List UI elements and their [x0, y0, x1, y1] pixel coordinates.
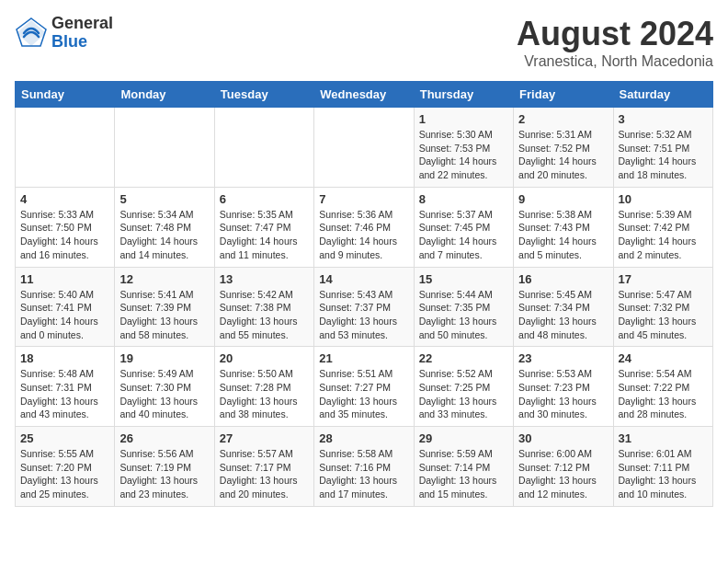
calendar-cell: 19Sunrise: 5:49 AM Sunset: 7:30 PM Dayli…	[115, 347, 214, 427]
calendar-cell: 31Sunrise: 6:01 AM Sunset: 7:11 PM Dayli…	[613, 427, 712, 507]
column-header-wednesday: Wednesday	[314, 82, 414, 108]
day-number: 24	[619, 351, 708, 365]
week-row-4: 18Sunrise: 5:48 AM Sunset: 7:31 PM Dayli…	[16, 347, 713, 427]
calendar-cell	[115, 108, 214, 188]
cell-info: Sunrise: 5:39 AM Sunset: 7:42 PM Dayligh…	[619, 208, 708, 262]
day-number: 25	[20, 431, 109, 445]
week-row-5: 25Sunrise: 5:55 AM Sunset: 7:20 PM Dayli…	[16, 427, 713, 507]
calendar-cell: 12Sunrise: 5:41 AM Sunset: 7:39 PM Dayli…	[115, 267, 214, 347]
cell-info: Sunrise: 5:32 AM Sunset: 7:51 PM Dayligh…	[619, 128, 708, 182]
calendar-cell: 5Sunrise: 5:34 AM Sunset: 7:48 PM Daylig…	[115, 187, 214, 267]
calendar-cell	[214, 108, 313, 188]
calendar-cell: 18Sunrise: 5:48 AM Sunset: 7:31 PM Dayli…	[16, 347, 115, 427]
cell-info: Sunrise: 5:30 AM Sunset: 7:53 PM Dayligh…	[419, 128, 508, 182]
cell-info: Sunrise: 5:42 AM Sunset: 7:38 PM Dayligh…	[220, 288, 309, 342]
day-number: 10	[619, 192, 708, 206]
calendar-cell: 26Sunrise: 5:56 AM Sunset: 7:19 PM Dayli…	[115, 427, 214, 507]
cell-info: Sunrise: 5:45 AM Sunset: 7:34 PM Dayligh…	[518, 288, 608, 342]
week-row-3: 11Sunrise: 5:40 AM Sunset: 7:41 PM Dayli…	[16, 267, 713, 347]
logo-general: General	[51, 15, 113, 33]
cell-info: Sunrise: 5:49 AM Sunset: 7:30 PM Dayligh…	[119, 367, 209, 421]
day-number: 11	[20, 272, 109, 286]
calendar-table: SundayMondayTuesdayWednesdayThursdayFrid…	[15, 81, 713, 507]
cell-info: Sunrise: 6:01 AM Sunset: 7:11 PM Dayligh…	[619, 447, 708, 501]
day-number: 17	[619, 272, 708, 286]
day-number: 30	[518, 431, 608, 445]
logo-icon	[15, 17, 48, 50]
calendar-cell: 21Sunrise: 5:51 AM Sunset: 7:27 PM Dayli…	[314, 347, 414, 427]
calendar-header-row: SundayMondayTuesdayWednesdayThursdayFrid…	[16, 82, 713, 108]
column-header-thursday: Thursday	[414, 82, 513, 108]
main-title: August 2024	[517, 15, 713, 53]
day-number: 3	[619, 112, 708, 126]
day-number: 23	[518, 351, 608, 365]
calendar-cell: 10Sunrise: 5:39 AM Sunset: 7:42 PM Dayli…	[613, 187, 712, 267]
cell-info: Sunrise: 5:50 AM Sunset: 7:28 PM Dayligh…	[220, 367, 309, 421]
column-header-saturday: Saturday	[613, 82, 712, 108]
calendar-cell: 22Sunrise: 5:52 AM Sunset: 7:25 PM Dayli…	[414, 347, 513, 427]
column-header-monday: Monday	[115, 82, 214, 108]
calendar-cell: 28Sunrise: 5:58 AM Sunset: 7:16 PM Dayli…	[314, 427, 414, 507]
day-number: 28	[319, 431, 408, 445]
calendar-cell: 24Sunrise: 5:54 AM Sunset: 7:22 PM Dayli…	[613, 347, 712, 427]
day-number: 5	[119, 192, 209, 206]
cell-info: Sunrise: 5:51 AM Sunset: 7:27 PM Dayligh…	[319, 367, 408, 421]
day-number: 1	[419, 112, 508, 126]
calendar-cell: 30Sunrise: 6:00 AM Sunset: 7:12 PM Dayli…	[514, 427, 613, 507]
calendar-cell: 8Sunrise: 5:37 AM Sunset: 7:45 PM Daylig…	[414, 187, 513, 267]
logo: General Blue	[15, 15, 113, 52]
cell-info: Sunrise: 5:38 AM Sunset: 7:43 PM Dayligh…	[518, 208, 608, 262]
cell-info: Sunrise: 5:40 AM Sunset: 7:41 PM Dayligh…	[20, 288, 109, 342]
calendar-cell: 25Sunrise: 5:55 AM Sunset: 7:20 PM Dayli…	[16, 427, 115, 507]
calendar-cell: 9Sunrise: 5:38 AM Sunset: 7:43 PM Daylig…	[514, 187, 613, 267]
calendar-cell: 7Sunrise: 5:36 AM Sunset: 7:46 PM Daylig…	[314, 187, 414, 267]
cell-info: Sunrise: 5:53 AM Sunset: 7:23 PM Dayligh…	[518, 367, 608, 421]
cell-info: Sunrise: 5:34 AM Sunset: 7:48 PM Dayligh…	[119, 208, 209, 262]
cell-info: Sunrise: 5:55 AM Sunset: 7:20 PM Dayligh…	[20, 447, 109, 501]
cell-info: Sunrise: 5:54 AM Sunset: 7:22 PM Dayligh…	[619, 367, 708, 421]
day-number: 16	[518, 272, 608, 286]
day-number: 8	[419, 192, 508, 206]
title-block: August 2024 Vranestica, North Macedonia	[517, 15, 713, 70]
cell-info: Sunrise: 5:48 AM Sunset: 7:31 PM Dayligh…	[20, 367, 109, 421]
week-row-2: 4Sunrise: 5:33 AM Sunset: 7:50 PM Daylig…	[16, 187, 713, 267]
calendar-cell: 16Sunrise: 5:45 AM Sunset: 7:34 PM Dayli…	[514, 267, 613, 347]
cell-info: Sunrise: 5:52 AM Sunset: 7:25 PM Dayligh…	[419, 367, 508, 421]
day-number: 27	[220, 431, 309, 445]
calendar-cell: 3Sunrise: 5:32 AM Sunset: 7:51 PM Daylig…	[613, 108, 712, 188]
calendar-cell: 15Sunrise: 5:44 AM Sunset: 7:35 PM Dayli…	[414, 267, 513, 347]
day-number: 22	[419, 351, 508, 365]
calendar-cell: 13Sunrise: 5:42 AM Sunset: 7:38 PM Dayli…	[214, 267, 313, 347]
day-number: 13	[220, 272, 309, 286]
calendar-cell	[314, 108, 414, 188]
cell-info: Sunrise: 5:56 AM Sunset: 7:19 PM Dayligh…	[119, 447, 209, 501]
day-number: 20	[220, 351, 309, 365]
calendar-cell: 14Sunrise: 5:43 AM Sunset: 7:37 PM Dayli…	[314, 267, 414, 347]
column-header-friday: Friday	[514, 82, 613, 108]
cell-info: Sunrise: 5:37 AM Sunset: 7:45 PM Dayligh…	[419, 208, 508, 262]
cell-info: Sunrise: 6:00 AM Sunset: 7:12 PM Dayligh…	[518, 447, 608, 501]
calendar-cell: 1Sunrise: 5:30 AM Sunset: 7:53 PM Daylig…	[414, 108, 513, 188]
day-number: 7	[319, 192, 408, 206]
cell-info: Sunrise: 5:44 AM Sunset: 7:35 PM Dayligh…	[419, 288, 508, 342]
calendar-cell: 6Sunrise: 5:35 AM Sunset: 7:47 PM Daylig…	[214, 187, 313, 267]
calendar-cell: 4Sunrise: 5:33 AM Sunset: 7:50 PM Daylig…	[16, 187, 115, 267]
calendar-cell: 17Sunrise: 5:47 AM Sunset: 7:32 PM Dayli…	[613, 267, 712, 347]
cell-info: Sunrise: 5:36 AM Sunset: 7:46 PM Dayligh…	[319, 208, 408, 262]
cell-info: Sunrise: 5:35 AM Sunset: 7:47 PM Dayligh…	[220, 208, 309, 262]
day-number: 9	[518, 192, 608, 206]
day-number: 21	[319, 351, 408, 365]
page-header: General Blue August 2024 Vranestica, Nor…	[15, 15, 713, 70]
day-number: 31	[619, 431, 708, 445]
subtitle: Vranestica, North Macedonia	[517, 53, 713, 70]
column-header-sunday: Sunday	[16, 82, 115, 108]
calendar-cell: 29Sunrise: 5:59 AM Sunset: 7:14 PM Dayli…	[414, 427, 513, 507]
day-number: 19	[119, 351, 209, 365]
calendar-cell: 20Sunrise: 5:50 AM Sunset: 7:28 PM Dayli…	[214, 347, 313, 427]
day-number: 18	[20, 351, 109, 365]
column-header-tuesday: Tuesday	[214, 82, 313, 108]
logo-blue: Blue	[51, 33, 113, 52]
day-number: 15	[419, 272, 508, 286]
calendar-cell: 27Sunrise: 5:57 AM Sunset: 7:17 PM Dayli…	[214, 427, 313, 507]
day-number: 6	[220, 192, 309, 206]
